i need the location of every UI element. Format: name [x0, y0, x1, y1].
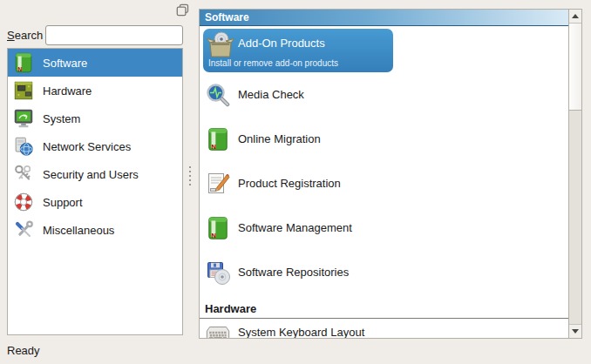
scroll-up-button[interactable] [569, 10, 581, 24]
search-input[interactable] [45, 25, 183, 45]
sidebar-item-label: Support [43, 196, 83, 209]
module-item-media-check[interactable]: Media Check [200, 72, 568, 117]
status-text: Ready [7, 344, 40, 357]
sidebar-item-hardware[interactable]: Hardware [8, 77, 182, 104]
module-label: System Keyboard Layout [238, 326, 364, 338]
module-item-online-migration[interactable]: N Online Migration [200, 117, 568, 161]
module-item-software-management[interactable]: N Software Management [200, 206, 568, 250]
module-item-software-repositories[interactable]: Software Repositories [200, 250, 568, 294]
green-package-icon: N [205, 126, 231, 152]
monitor-icon [11, 107, 35, 131]
circuit-board-icon [11, 79, 35, 103]
svg-text:N: N [212, 143, 216, 151]
keys-icon [11, 163, 35, 186]
scroll-down-button[interactable] [569, 324, 581, 338]
network-globe-icon [11, 135, 35, 158]
sidebar-item-label: Miscellaneous [43, 224, 114, 237]
category-list: N Software Hardware [7, 48, 183, 335]
down-arrow-icon [572, 329, 579, 334]
module-list: Software Add-On Products Install or remo… [200, 10, 568, 338]
module-item-system-keyboard-layout[interactable]: System Keyboard Layout [200, 319, 568, 338]
sidebar-item-system[interactable]: System [8, 104, 182, 132]
module-label: Online Migration [238, 132, 321, 145]
module-label: Software Repositories [238, 266, 349, 279]
sidebar-item-miscellaneous[interactable]: Miscellaneous [8, 216, 182, 244]
sidebar-item-network-services[interactable]: Network Services [8, 132, 182, 160]
overlapping-windows-icon [176, 3, 189, 17]
document-pencil-icon [205, 171, 231, 197]
module-subtitle: Install or remove add-on products [208, 58, 338, 68]
panel-splitter-handle[interactable] [187, 164, 193, 188]
sidebar-item-security-and-users[interactable]: Security and Users [8, 160, 182, 188]
magnifier-pulse-icon [205, 82, 231, 108]
keyboard-icon [205, 320, 231, 339]
sidebar-item-label: System [43, 112, 80, 125]
sidebar-item-support[interactable]: Support [8, 188, 182, 216]
search-label: Search [7, 29, 43, 42]
sidebar-item-label: Security and Users [43, 168, 139, 181]
scrollbar-thumb[interactable] [569, 24, 581, 111]
module-title: Add-On Products [238, 37, 325, 50]
module-panel: Software Add-On Products Install or remo… [199, 9, 582, 339]
floppy-cd-icon [205, 260, 231, 286]
group-header-hardware: Hardware [200, 296, 568, 319]
module-item-add-on-products[interactable]: Add-On Products Install or remove add-on… [203, 29, 393, 72]
svg-text:N: N [17, 66, 22, 72]
module-label: Software Management [238, 221, 352, 234]
up-arrow-icon [572, 14, 579, 18]
sidebar-item-label: Hardware [43, 84, 92, 98]
sidebar-item-label: Network Services [43, 140, 131, 153]
module-item-product-registration[interactable]: Product Registration [200, 161, 568, 206]
sidebar-item-software[interactable]: N Software [8, 49, 182, 77]
module-label: Media Check [238, 88, 304, 101]
vertical-scrollbar[interactable] [568, 10, 581, 338]
lifebuoy-icon [11, 191, 35, 214]
scrollbar-trough[interactable] [569, 111, 581, 324]
svg-text:N: N [212, 232, 216, 239]
sidebar-item-label: Software [43, 57, 87, 70]
module-label: Product Registration [238, 177, 341, 190]
green-package-icon: N [205, 215, 231, 241]
tools-icon [11, 219, 35, 242]
box-with-cd-icon [206, 30, 235, 60]
group-header-software: Software [200, 10, 568, 26]
green-package-icon: N [11, 51, 35, 75]
detach-window-button[interactable] [176, 3, 189, 17]
